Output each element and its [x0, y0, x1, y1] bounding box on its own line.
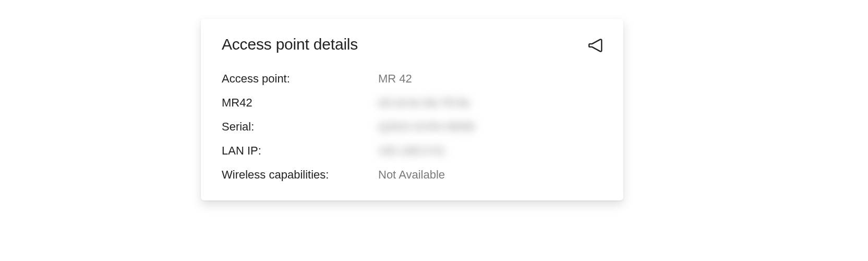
detail-value-blurred: e0:cb:bc:8a:78:9a [378, 96, 469, 110]
detail-label: Wireless capabilities: [222, 168, 378, 182]
detail-label: Access point: [222, 72, 378, 86]
card-header: Access point details [222, 35, 602, 54]
detail-label: Serial: [222, 120, 378, 134]
card-title: Access point details [222, 35, 358, 53]
detail-label: LAN IP: [222, 144, 378, 158]
detail-row-access-point: Access point: MR 42 [222, 72, 602, 86]
detail-row-mac: MR42 e0:cb:bc:8a:78:9a [222, 96, 602, 110]
detail-value: Not Available [378, 168, 445, 182]
detail-row-lan-ip: LAN IP: 192.168.0.51 [222, 144, 602, 158]
detail-row-serial: Serial: Q2KD-GV5V-9D69 [222, 120, 602, 134]
megaphone-icon[interactable] [587, 37, 605, 54]
access-point-details-card: Access point details Access point: MR 42… [201, 19, 623, 200]
detail-label: MR42 [222, 96, 378, 110]
detail-value: MR 42 [378, 72, 412, 86]
detail-value-blurred: Q2KD-GV5V-9D69 [378, 120, 475, 134]
details-list: Access point: MR 42 MR42 e0:cb:bc:8a:78:… [222, 72, 602, 182]
detail-value-blurred: 192.168.0.51 [378, 144, 445, 158]
detail-row-wireless-capabilities: Wireless capabilities: Not Available [222, 168, 602, 182]
